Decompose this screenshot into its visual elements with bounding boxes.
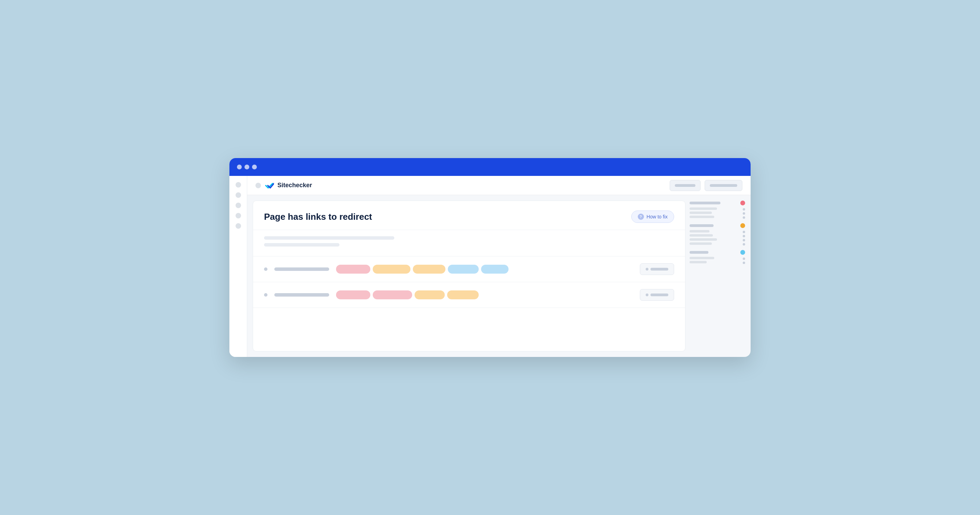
nav-item-1[interactable] (235, 182, 241, 188)
nav-item-5[interactable] (235, 223, 241, 229)
header-bar: Sitechecker (247, 176, 751, 195)
logo-text: Sitechecker (277, 182, 312, 189)
s-dot-9 (743, 262, 745, 264)
tag-pink-1 (336, 265, 370, 273)
right-sidebar (686, 195, 751, 357)
s-dot-2 (743, 212, 745, 215)
browser-window: Sitechecker Page has links to (229, 158, 751, 357)
tag-orange-3 (415, 291, 445, 299)
left-nav (229, 176, 247, 357)
sub-bar-2 (690, 211, 712, 214)
header-button-1[interactable] (670, 180, 700, 191)
sub-bar-5c (690, 242, 712, 245)
row-action-btn-2[interactable] (640, 289, 674, 301)
panel-title: Page has links to redirect (264, 211, 372, 222)
sidebar-group-1 (690, 200, 745, 220)
sub-bar-6a (690, 257, 714, 259)
header-btn-bar-1 (675, 184, 695, 187)
sub-bar-5 (690, 234, 713, 237)
how-to-fix-label: How to fix (647, 214, 668, 219)
header-buttons (670, 180, 742, 191)
nav-item-3[interactable] (235, 203, 241, 208)
traffic-light-maximize[interactable] (252, 165, 257, 169)
s-dot-3 (743, 216, 745, 219)
sidebar-group-2 (690, 223, 745, 246)
action-bar-2 (651, 294, 668, 296)
tag-pink-2 (336, 291, 370, 299)
tag-orange-4 (447, 291, 479, 299)
help-icon: ? (638, 214, 644, 220)
sub-bar-5b (690, 238, 717, 241)
sub-bar-4 (690, 230, 710, 232)
s-dot-8 (743, 258, 745, 260)
main-area: Sitechecker Page has links to (247, 176, 751, 357)
sub-bar-1 (690, 207, 717, 210)
row-label-2 (274, 293, 329, 297)
action-bar-1 (651, 268, 668, 270)
s-dot-6 (743, 239, 745, 242)
table-row (253, 282, 685, 308)
s-dot-5 (743, 235, 745, 237)
sidebar-bar-short-1 (690, 251, 708, 254)
panel-header: Page has links to redirect ? How to fix (253, 201, 685, 230)
nav-item-2[interactable] (235, 192, 241, 198)
main-panel: Page has links to redirect ? How to fix (253, 200, 686, 351)
sidebar-bar-long-1 (690, 202, 721, 204)
tag-blue-2 (481, 265, 509, 273)
sidebar-bars-col-1 (690, 207, 740, 220)
sidebar-section-1 (690, 207, 745, 220)
action-dot-2 (646, 294, 648, 296)
tag-pink-4 (373, 291, 412, 299)
sidebar-row-header-1 (690, 200, 745, 205)
row-action-btn-1[interactable] (640, 263, 674, 275)
s-dot-1 (743, 208, 745, 210)
table-area (253, 256, 685, 351)
sidebar-group-3 (690, 250, 745, 265)
sidebar-indicator-red (740, 200, 745, 205)
row-tags-2 (336, 291, 633, 299)
tag-orange-2 (413, 265, 445, 273)
sidebar-bars-col-2 (690, 230, 740, 246)
sub-bar-6b (690, 261, 707, 263)
s-dot-4 (743, 231, 745, 233)
browser-titlebar (229, 158, 751, 176)
header-button-2[interactable] (705, 180, 742, 191)
row-dot-2 (264, 293, 267, 297)
traffic-lights (237, 165, 257, 169)
table-row (253, 256, 685, 282)
page-content: Page has links to redirect ? How to fix (247, 195, 751, 357)
sub-bar-3 (690, 216, 714, 218)
tag-blue-1 (448, 265, 479, 273)
sidebar-section-2 (690, 230, 745, 246)
tag-orange-1 (373, 265, 410, 273)
sidebar-row-header-2 (690, 223, 745, 228)
description-area (253, 230, 685, 256)
sidebar-row-header-3 (690, 250, 745, 255)
traffic-light-close[interactable] (237, 165, 242, 169)
header-btn-bar-2 (710, 184, 737, 187)
desc-bar-2 (264, 243, 339, 246)
sidebar-bar-medium-1 (690, 224, 714, 227)
logo-icon (264, 182, 274, 189)
sidebar-indicator-blue (740, 250, 745, 255)
action-dot-1 (646, 268, 648, 270)
nav-item-4[interactable] (235, 213, 241, 218)
logo-area: Sitechecker (255, 182, 312, 189)
row-label-1 (274, 267, 329, 271)
sidebar-dots-col-1 (743, 207, 745, 220)
row-dot-1 (264, 267, 267, 271)
sidebar-section-3 (690, 257, 745, 265)
sidebar-indicator-orange (740, 223, 745, 228)
sidebar-dots-col-2 (743, 230, 745, 246)
browser-content: Sitechecker Page has links to (229, 176, 751, 357)
s-dot-7 (743, 243, 745, 245)
sidebar-bars-col-3 (690, 257, 740, 265)
desc-bar-1 (264, 236, 395, 240)
how-to-fix-button[interactable]: ? How to fix (631, 210, 674, 223)
logo-circle (255, 183, 261, 188)
sidebar-dots-col-3 (743, 257, 745, 265)
row-tags-1 (336, 265, 633, 273)
traffic-light-minimize[interactable] (245, 165, 249, 169)
